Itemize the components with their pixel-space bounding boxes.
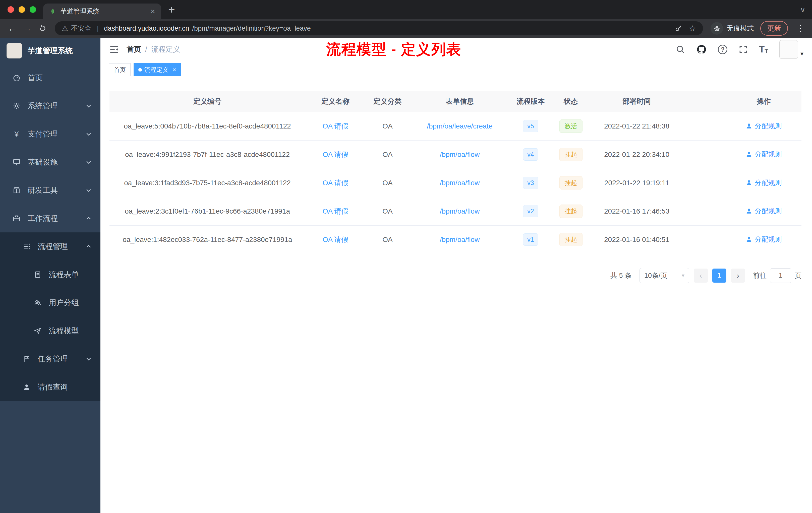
back-icon[interactable]: ← — [5, 23, 19, 34]
deploy-time: 2022-01-16 17:46:53 — [590, 197, 683, 225]
assign-rule-link[interactable]: 分配规则 — [746, 235, 782, 244]
version-badge: v5 — [523, 120, 538, 132]
url-divider: | — [94, 25, 101, 32]
close-icon[interactable]: × — [173, 66, 176, 73]
sidebar-item-process-model[interactable]: 流程模型 — [0, 317, 100, 345]
sidebar-item-workflow[interactable]: 工作流程 — [0, 204, 100, 233]
flag-icon — [22, 354, 31, 363]
browser-menu-icon[interactable]: ⋮ — [794, 23, 807, 34]
col-form-info: 表单信息 — [409, 91, 510, 112]
table-row: oa_leave:5:004b710b-7b8a-11ec-8ef0-acde4… — [110, 112, 802, 140]
bookmark-star-icon[interactable]: ☆ — [689, 24, 696, 33]
tag-label: 首页 — [114, 66, 126, 74]
col-definition-name: 定义名称 — [305, 91, 366, 112]
browser-tab[interactable]: 芋道管理系统 × — [43, 3, 161, 19]
form-link[interactable]: /bpm/oa/flow — [440, 207, 480, 215]
definition-name-link[interactable]: OA 请假 — [323, 122, 348, 130]
sidebar-item-infrastructure[interactable]: 基础设施 — [0, 148, 100, 176]
sidebar-item-label: 系统管理 — [28, 101, 58, 111]
search-icon[interactable] — [676, 45, 685, 54]
sidebar-item-task-management[interactable]: 任务管理 — [0, 345, 100, 373]
chevron-down-icon — [85, 187, 92, 193]
user-avatar[interactable]: ▾ — [779, 40, 804, 59]
new-tab-button[interactable]: + — [161, 4, 182, 15]
key-icon[interactable] — [675, 24, 683, 32]
not-secure-warning-icon[interactable]: ⚠ — [62, 24, 68, 33]
fullscreen-icon[interactable] — [738, 45, 748, 54]
tag-home[interactable]: 首页 — [109, 63, 130, 76]
form-link[interactable]: /bpm/oa/flow — [440, 151, 480, 158]
sidebar-item-leave-query[interactable]: 请假查询 — [0, 373, 100, 401]
page-size-select[interactable]: 10条/页 ▾ — [639, 268, 689, 283]
form-link[interactable]: /bpm/oa/flow — [440, 236, 480, 243]
sidebar-item-label: 流程模型 — [49, 326, 79, 336]
tab-close-icon[interactable]: × — [150, 7, 155, 15]
sidebar-item-devtools[interactable]: 研发工具 — [0, 176, 100, 204]
url-bar[interactable]: ⚠ 不安全 | dashboard.yudao.iocoder.cn/bpm/m… — [55, 21, 703, 35]
update-button[interactable]: 更新 — [760, 21, 788, 36]
tabstrip-chevron-icon[interactable]: ∨ — [800, 5, 806, 14]
col-deploy-time: 部署时间 — [590, 91, 683, 112]
assign-rule-link[interactable]: 分配规则 — [746, 150, 782, 159]
status-badge: 激活 — [559, 119, 582, 133]
sidebar-item-payment[interactable]: ¥ 支付管理 — [0, 120, 100, 148]
definition-category: OA — [366, 112, 409, 140]
definition-name-link[interactable]: OA 请假 — [323, 179, 348, 187]
hamburger-icon[interactable] — [109, 44, 119, 55]
reload-icon[interactable] — [36, 24, 49, 33]
sidebar-item-label: 任务管理 — [38, 354, 68, 364]
active-dot — [138, 68, 142, 71]
prev-page-button[interactable]: ‹ — [694, 269, 708, 282]
definition-name-link[interactable]: OA 请假 — [323, 207, 348, 215]
forward-icon[interactable]: → — [21, 23, 34, 34]
table-row: oa_leave:1:482ec033-762a-11ec-8477-a2380… — [110, 225, 802, 254]
font-size-icon[interactable]: TT — [759, 44, 768, 55]
window-controls — [0, 0, 43, 19]
sidebar-item-label: 请假查询 — [38, 382, 68, 392]
form-link[interactable]: /bpm/oa/flow — [440, 179, 480, 187]
col-process-version: 流程版本 — [510, 91, 551, 112]
assign-rule-link[interactable]: 分配规则 — [746, 207, 782, 216]
assign-rule-link[interactable]: 分配规则 — [746, 121, 782, 130]
filler-cell — [683, 140, 726, 169]
definition-id: oa_leave:2:3c1f0ef1-76b1-11ec-9c66-a2380… — [110, 197, 305, 225]
help-icon[interactable]: ? — [718, 45, 727, 54]
breadcrumb-home[interactable]: 首页 — [126, 44, 141, 55]
zoom-window-button[interactable] — [30, 6, 36, 13]
minimize-window-button[interactable] — [19, 6, 25, 13]
goto-page-input[interactable] — [770, 268, 791, 283]
form-link[interactable]: /bpm/oa/leave/create — [427, 122, 493, 130]
table-header-row: 定义编号 定义名称 定义分类 表单信息 流程版本 状态 部署时间 操作 — [110, 91, 802, 112]
sidebar-logo[interactable]: 芋道管理系统 — [0, 38, 100, 64]
chevron-down-icon — [85, 103, 92, 109]
sidebar-item-home[interactable]: 首页 — [0, 64, 100, 92]
col-filler — [683, 91, 726, 112]
definition-table: 定义编号 定义名称 定义分类 表单信息 流程版本 状态 部署时间 操作 oa_l… — [110, 91, 802, 254]
chevron-down-icon — [85, 131, 92, 137]
incognito-label: 无痕模式 — [727, 24, 754, 33]
dashboard-icon — [12, 73, 21, 82]
sidebar-item-user-group[interactable]: 用户分组 — [0, 289, 100, 317]
definition-name-link[interactable]: OA 请假 — [323, 236, 348, 243]
tag-process-definition[interactable]: 流程定义 × — [134, 63, 181, 76]
definition-name-link[interactable]: OA 请假 — [323, 151, 348, 158]
page-1-button[interactable]: 1 — [712, 269, 726, 282]
incognito-icon — [710, 22, 723, 35]
breadcrumb: 首页 / 流程定义 — [126, 44, 180, 55]
not-secure-label: 不安全 — [71, 24, 91, 33]
breadcrumb-current: 流程定义 — [151, 44, 180, 55]
toolbox-icon — [12, 186, 21, 195]
definition-id: oa_leave:1:482ec033-762a-11ec-8477-a2380… — [110, 225, 305, 254]
chevron-down-icon — [85, 159, 92, 165]
definition-id: oa_leave:5:004b710b-7b8a-11ec-8ef0-acde4… — [110, 112, 305, 140]
page-unit-label: 页 — [795, 271, 802, 280]
sidebar-item-process-form[interactable]: 流程表单 — [0, 261, 100, 289]
col-status: 状态 — [551, 91, 590, 112]
github-icon[interactable] — [696, 44, 707, 55]
next-page-button[interactable]: › — [731, 269, 745, 282]
sidebar-item-process-management[interactable]: 流程管理 — [0, 233, 100, 261]
page-content: 定义编号 定义名称 定义分类 表单信息 流程版本 状态 部署时间 操作 oa_l… — [100, 78, 812, 513]
sidebar-item-system[interactable]: 系统管理 — [0, 92, 100, 120]
assign-rule-link[interactable]: 分配规则 — [746, 178, 782, 187]
close-window-button[interactable] — [7, 6, 14, 13]
